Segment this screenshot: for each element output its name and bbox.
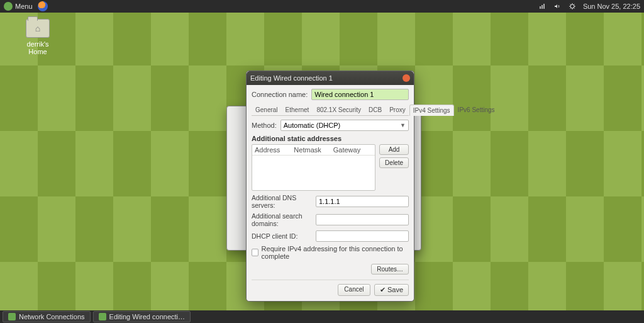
- tab-ipv4[interactable]: IPv4 Settings: [409, 105, 454, 116]
- dns-label: Additional DNS servers:: [252, 194, 312, 209]
- connection-name-label: Connection name:: [252, 91, 308, 98]
- tab-8021x[interactable]: 802.1X Security: [313, 104, 365, 115]
- dialog-titlebar[interactable]: Editing Wired connection 1: [247, 71, 414, 85]
- taskbar-item-label: Editing Wired connecti…: [109, 313, 185, 320]
- top-panel: Menu Sun Nov 25, 22:25: [0, 0, 644, 13]
- edit-connection-dialog: Editing Wired connection 1 Connection na…: [246, 71, 414, 302]
- routes-button[interactable]: Routes…: [371, 264, 409, 275]
- require-ipv4-label: Require IPv4 addressing for this connect…: [262, 245, 409, 260]
- volume-tray-icon[interactable]: [553, 2, 562, 11]
- settings-tray-icon[interactable]: [568, 2, 577, 11]
- dhcp-client-id-label: DHCP client ID:: [252, 232, 312, 240]
- search-domains-label: Additional search domains:: [252, 212, 312, 227]
- settings-tabs: General Ethernet 802.1X Security DCB Pro…: [252, 104, 409, 116]
- col-address: Address: [255, 146, 294, 154]
- tab-ipv6[interactable]: IPv6 Settings: [454, 104, 499, 115]
- save-button[interactable]: ✔Save: [374, 284, 409, 296]
- tab-general[interactable]: General: [252, 104, 282, 115]
- check-icon: ✔: [380, 286, 386, 294]
- home-folder-label: derrik's Home: [19, 40, 57, 55]
- network-tray-icon[interactable]: [538, 2, 547, 11]
- tab-proxy[interactable]: Proxy: [386, 104, 409, 115]
- method-value: Automatic (DHCP): [284, 122, 340, 129]
- menu-label: Menu: [15, 3, 33, 10]
- chevron-down-icon: ▼: [400, 122, 406, 128]
- method-label: Method:: [252, 122, 277, 129]
- dns-input[interactable]: [316, 196, 409, 207]
- dialog-title: Editing Wired connection 1: [250, 74, 333, 82]
- taskbar-item-editing-wired[interactable]: Editing Wired connecti…: [93, 311, 191, 322]
- delete-button[interactable]: Delete: [379, 157, 409, 168]
- method-select[interactable]: Automatic (DHCP) ▼: [280, 120, 409, 131]
- tab-ethernet[interactable]: Ethernet: [282, 104, 313, 115]
- taskbar-item-network-connections[interactable]: Network Connections: [3, 311, 91, 322]
- addresses-section-title: Additional static addresses: [252, 135, 409, 142]
- require-ipv4-checkbox[interactable]: [252, 249, 258, 256]
- dhcp-client-id-input[interactable]: [316, 230, 409, 242]
- svg-point-0: [570, 4, 574, 8]
- close-icon[interactable]: [402, 74, 410, 82]
- col-gateway: Gateway: [333, 146, 372, 154]
- folder-icon: ⌂: [26, 19, 50, 38]
- menu-button[interactable]: Menu: [4, 2, 33, 11]
- connection-name-input[interactable]: [311, 89, 409, 100]
- clock[interactable]: Sun Nov 25, 22:25: [583, 3, 640, 10]
- firefox-launcher-icon[interactable]: [38, 1, 48, 11]
- add-button[interactable]: Add: [379, 144, 409, 155]
- addresses-table[interactable]: Address Netmask Gateway: [252, 144, 375, 191]
- col-netmask: Netmask: [294, 146, 333, 154]
- mint-logo-icon: [4, 2, 13, 11]
- tab-dcb[interactable]: DCB: [365, 104, 386, 115]
- cancel-button[interactable]: Cancel: [338, 284, 370, 296]
- search-domains-input[interactable]: [316, 214, 409, 225]
- taskbar-item-label: Network Connections: [19, 313, 85, 320]
- addresses-header: Address Netmask Gateway: [252, 145, 375, 156]
- desktop: Menu Sun Nov 25, 22:25 ⌂ derrik's Home E…: [0, 0, 644, 323]
- app-icon: [99, 313, 106, 320]
- taskbar: Network Connections Editing Wired connec…: [0, 310, 644, 323]
- home-folder-icon[interactable]: ⌂ derrik's Home: [19, 19, 57, 55]
- app-icon: [8, 313, 16, 320]
